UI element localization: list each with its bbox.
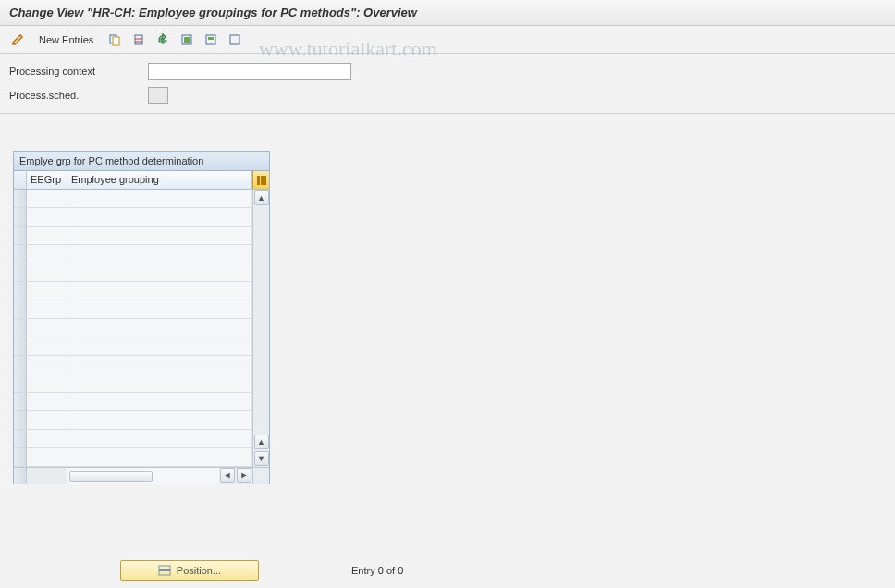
deselect-all-button[interactable] [225, 30, 245, 50]
hscroll-track[interactable] [67, 468, 219, 484]
cell-grouping[interactable] [67, 337, 252, 355]
table-row[interactable] [14, 319, 252, 337]
cell-grouping[interactable] [67, 263, 252, 281]
svg-rect-10 [257, 176, 260, 185]
process-sched-label: Process.sched. [9, 90, 148, 101]
svg-rect-9 [230, 35, 239, 44]
cell-grouping[interactable] [67, 190, 252, 207]
row-selector[interactable] [14, 190, 27, 207]
table-row[interactable] [14, 356, 252, 374]
grid-header-row: EEGrp Employee grouping [14, 171, 269, 190]
horizontal-scrollbar[interactable]: ◄ ► [14, 467, 269, 484]
scroll-right-icon[interactable]: ► [237, 468, 251, 483]
column-header-grouping[interactable]: Employee grouping [67, 171, 252, 189]
cell-eegrp[interactable] [27, 263, 67, 281]
scroll-down-small-icon[interactable]: ▲ [254, 435, 269, 449]
grid-body: ▲ ▲ ▼ [14, 190, 269, 467]
table-row[interactable] [14, 282, 252, 300]
scroll-up-icon[interactable]: ▲ [254, 190, 269, 205]
select-block-button[interactable] [201, 30, 221, 50]
row-selector[interactable] [14, 208, 27, 226]
cell-grouping[interactable] [67, 227, 252, 244]
scroll-left-icon[interactable]: ◄ [220, 468, 235, 483]
toggle-edit-button[interactable] [7, 30, 28, 50]
position-button-label: Position... [177, 565, 221, 576]
cell-eegrp[interactable] [27, 208, 67, 226]
cell-eegrp[interactable] [27, 300, 67, 318]
cell-eegrp[interactable] [27, 374, 67, 392]
cell-grouping[interactable] [67, 430, 252, 447]
vertical-scrollbar[interactable]: ▲ ▲ ▼ [252, 190, 269, 467]
svg-rect-2 [135, 35, 142, 44]
cell-eegrp[interactable] [27, 448, 67, 466]
table-settings-button[interactable] [252, 171, 269, 189]
row-selector[interactable] [14, 356, 27, 374]
table-row[interactable] [14, 411, 252, 430]
cell-grouping[interactable] [67, 356, 252, 374]
table-row[interactable] [14, 300, 252, 319]
table-row[interactable] [14, 263, 252, 282]
select-all-button[interactable] [177, 30, 197, 50]
row-selector[interactable] [14, 227, 27, 244]
row-selector[interactable] [14, 319, 27, 337]
cell-grouping[interactable] [67, 319, 252, 337]
row-selector[interactable] [14, 374, 27, 392]
row-selector[interactable] [14, 300, 27, 318]
table-row[interactable] [14, 208, 252, 227]
table-row[interactable] [14, 227, 252, 245]
table-row[interactable] [14, 374, 252, 393]
cell-grouping[interactable] [67, 411, 252, 429]
copy-button[interactable] [104, 30, 125, 50]
cell-grouping[interactable] [67, 374, 252, 392]
row-selector[interactable] [14, 430, 27, 447]
table-row[interactable] [14, 393, 252, 411]
row-selector[interactable] [14, 263, 27, 281]
svg-rect-11 [261, 176, 264, 185]
cell-grouping[interactable] [67, 448, 252, 466]
undo-button[interactable] [153, 30, 173, 50]
cell-grouping[interactable] [67, 208, 252, 226]
new-entries-button[interactable]: New Entries [31, 31, 101, 48]
row-selector[interactable] [14, 245, 27, 263]
row-selector[interactable] [14, 393, 27, 410]
cell-eegrp[interactable] [27, 319, 67, 337]
cell-eegrp[interactable] [27, 337, 67, 355]
table-row[interactable] [14, 448, 252, 467]
table-row[interactable] [14, 337, 252, 356]
position-button[interactable]: Position... [120, 560, 259, 581]
cell-eegrp[interactable] [27, 356, 67, 374]
column-header-eegrp[interactable]: EEGrp [27, 171, 67, 189]
cell-eegrp[interactable] [27, 393, 67, 410]
cell-eegrp[interactable] [27, 430, 67, 447]
cell-eegrp[interactable] [27, 411, 67, 429]
grid-title: Emplye grp for PC method determination [14, 152, 269, 171]
cell-eegrp[interactable] [27, 227, 67, 244]
row-selector[interactable] [14, 448, 27, 466]
cell-grouping[interactable] [67, 245, 252, 263]
hscroll-empty [27, 468, 67, 484]
svg-rect-14 [159, 569, 170, 571]
cell-grouping[interactable] [67, 300, 252, 318]
table-row[interactable] [14, 190, 252, 208]
row-select-all[interactable] [14, 171, 27, 189]
row-selector[interactable] [14, 337, 27, 355]
page-title: Change View "HR-CH: Employee groupings f… [9, 6, 417, 19]
scroll-down-icon[interactable]: ▼ [254, 451, 269, 466]
row-selector[interactable] [14, 411, 27, 429]
grid-rows [14, 190, 252, 467]
processing-context-input[interactable] [148, 63, 351, 80]
cell-grouping[interactable] [67, 393, 252, 410]
hscroll-thumb[interactable] [69, 471, 153, 482]
cell-eegrp[interactable] [27, 190, 67, 207]
svg-rect-1 [113, 37, 119, 45]
row-selector[interactable] [14, 282, 27, 300]
svg-rect-12 [264, 176, 266, 185]
table-row[interactable] [14, 430, 252, 448]
table-row[interactable] [14, 245, 252, 263]
delete-button[interactable] [129, 30, 149, 50]
cell-grouping[interactable] [67, 282, 252, 300]
cell-eegrp[interactable] [27, 282, 67, 300]
process-sched-input[interactable] [148, 87, 168, 104]
cell-eegrp[interactable] [27, 245, 67, 263]
processing-context-label: Processing context [9, 66, 148, 77]
